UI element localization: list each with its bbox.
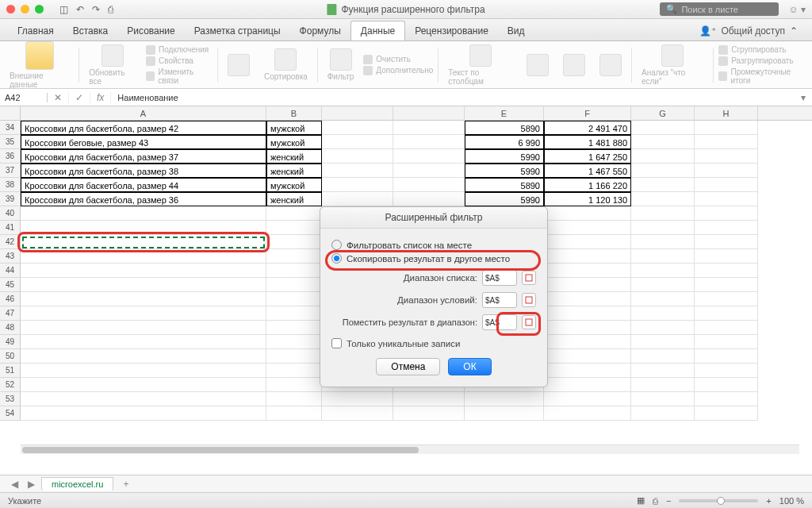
row-header[interactable]: 43 xyxy=(0,249,21,264)
row-header[interactable]: 38 xyxy=(0,178,21,192)
sheet-nav-prev[interactable]: ◀ xyxy=(8,479,21,490)
edit-links-button[interactable]: Изменить связи xyxy=(146,67,213,85)
cell[interactable] xyxy=(21,292,266,306)
cell[interactable] xyxy=(695,292,758,306)
save-icon[interactable]: ◫ xyxy=(59,4,68,15)
col-header-g[interactable]: G xyxy=(631,106,695,120)
cell[interactable] xyxy=(695,121,758,135)
sort-button[interactable]: Сортировка xyxy=(259,48,312,81)
row-header[interactable]: 42 xyxy=(0,235,21,249)
search-input[interactable]: 🔍 Поиск в листе xyxy=(660,2,779,16)
what-if-button[interactable]: Анализ "что если" xyxy=(637,44,708,86)
cell[interactable] xyxy=(631,349,695,364)
cell[interactable]: 5990 xyxy=(465,192,544,206)
cell[interactable] xyxy=(695,221,758,235)
cell[interactable] xyxy=(695,178,758,192)
cell[interactable] xyxy=(631,149,695,164)
select-all-corner[interactable] xyxy=(0,106,21,120)
cell[interactable] xyxy=(544,392,631,406)
cell[interactable] xyxy=(544,306,631,321)
cell[interactable] xyxy=(631,135,695,149)
cell[interactable] xyxy=(266,392,322,406)
cell[interactable] xyxy=(393,192,465,206)
cell[interactable] xyxy=(322,164,393,178)
undo-icon[interactable]: ↶ xyxy=(76,4,84,15)
row-header[interactable]: 40 xyxy=(0,206,21,221)
cell[interactable] xyxy=(631,278,695,292)
cell[interactable] xyxy=(322,149,393,164)
cell[interactable]: Кроссовки для баскетбола, размер 42 xyxy=(21,121,266,135)
row-header[interactable]: 45 xyxy=(0,278,21,292)
sheet-tab-1[interactable]: microexcel.ru xyxy=(41,477,113,491)
cell[interactable] xyxy=(266,292,322,306)
cell[interactable]: 5890 xyxy=(465,178,544,192)
row-header[interactable]: 35 xyxy=(0,135,21,149)
connections-button[interactable]: Подключения xyxy=(146,45,213,55)
cell[interactable] xyxy=(544,349,631,364)
cell[interactable] xyxy=(21,321,266,335)
cell[interactable] xyxy=(21,349,266,364)
cell[interactable] xyxy=(695,264,758,278)
share-button[interactable]: 👤⁺ Общий доступ ⌃ xyxy=(693,21,804,40)
cell[interactable]: Кроссовки для баскетбола, размер 37 xyxy=(21,149,266,164)
cell[interactable]: Кроссовки для баскетбола, размер 36 xyxy=(21,192,266,206)
col-header-b[interactable]: B xyxy=(266,106,322,120)
cell[interactable] xyxy=(695,206,758,221)
cell[interactable] xyxy=(21,364,266,378)
cell[interactable] xyxy=(695,335,758,349)
row-header[interactable]: 49 xyxy=(0,335,21,349)
cell[interactable] xyxy=(393,121,465,135)
cell[interactable] xyxy=(631,178,695,192)
row-header[interactable]: 54 xyxy=(0,406,21,421)
cell[interactable] xyxy=(631,235,695,249)
cell[interactable]: мужской xyxy=(266,135,322,149)
cell[interactable] xyxy=(21,249,266,264)
cell[interactable] xyxy=(322,135,393,149)
cell[interactable] xyxy=(465,392,544,406)
cell[interactable]: 1 166 220 xyxy=(544,178,631,192)
cell[interactable] xyxy=(544,264,631,278)
cell[interactable]: мужской xyxy=(266,178,322,192)
cell[interactable] xyxy=(266,406,322,421)
cell[interactable] xyxy=(393,164,465,178)
cell[interactable] xyxy=(695,164,758,178)
cell[interactable]: Кроссовки беговые, размер 43 xyxy=(21,135,266,149)
cell[interactable] xyxy=(266,364,322,378)
list-range-input[interactable]: $A$ xyxy=(482,270,517,286)
range-picker-icon[interactable] xyxy=(522,293,536,307)
row-header[interactable]: 37 xyxy=(0,164,21,178)
cell[interactable] xyxy=(695,378,758,392)
cell[interactable] xyxy=(266,235,322,249)
row-header[interactable]: 53 xyxy=(0,392,21,406)
zoom-slider[interactable] xyxy=(679,499,758,502)
cell[interactable] xyxy=(695,235,758,249)
cell[interactable] xyxy=(631,292,695,306)
cell[interactable] xyxy=(695,249,758,264)
expand-formula-icon[interactable]: ▾ xyxy=(795,92,812,103)
cell[interactable] xyxy=(266,249,322,264)
cell[interactable]: 1 120 130 xyxy=(544,192,631,206)
cell[interactable] xyxy=(695,406,758,421)
ok-button[interactable]: ОК xyxy=(448,358,491,375)
cell[interactable] xyxy=(631,306,695,321)
cell[interactable] xyxy=(631,221,695,235)
print-icon[interactable]: ⎙ xyxy=(108,4,113,15)
view-normal-icon[interactable]: ▦ xyxy=(637,495,645,506)
cell[interactable] xyxy=(266,378,322,392)
row-header[interactable]: 52 xyxy=(0,378,21,392)
cancel-button[interactable]: Отмена xyxy=(376,358,440,375)
row-header[interactable]: 51 xyxy=(0,364,21,378)
cell[interactable] xyxy=(631,249,695,264)
cell[interactable] xyxy=(21,392,266,406)
consolidate-button[interactable] xyxy=(595,54,626,76)
cell[interactable] xyxy=(465,406,544,421)
cell[interactable] xyxy=(695,321,758,335)
cell[interactable] xyxy=(393,149,465,164)
range-picker-icon[interactable] xyxy=(522,315,536,329)
cell[interactable] xyxy=(631,321,695,335)
cell[interactable] xyxy=(544,364,631,378)
cell[interactable] xyxy=(695,349,758,364)
copy-to-input[interactable]: $A$ xyxy=(482,314,517,330)
cell[interactable] xyxy=(266,335,322,349)
formula-input[interactable]: Наименование xyxy=(111,93,795,102)
